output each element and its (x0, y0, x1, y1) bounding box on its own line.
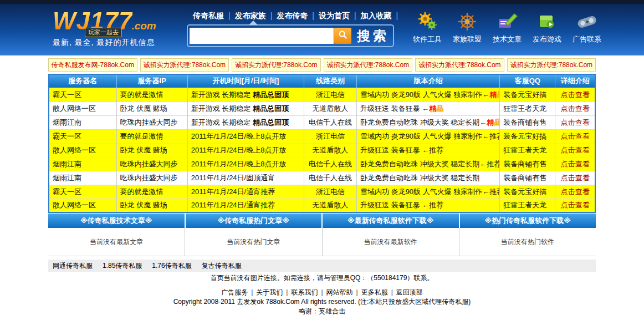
col-detail: 点击查看 (555, 171, 595, 185)
table-row: 散人网络一区卧龙 伏魔 赌场2011年/1月/24日/通宵推荐无道盾散人升级狂送… (49, 199, 595, 212)
quick-link[interactable]: 软件工具 (407, 8, 447, 44)
detail-link[interactable]: 点击查看 (561, 160, 590, 168)
version-badge: 品 (436, 104, 443, 113)
table-row: 烟雨江南吃珠内挂盛大同步2011年/1月/24日/晚上8点开放电信千人在线卧龙免… (49, 157, 595, 171)
footer-link[interactable]: 关于我们 (256, 288, 283, 296)
col-line-type: 浙江电信 (304, 88, 356, 101)
logo-badge: 玩家一起去 (85, 28, 122, 37)
footer-link[interactable]: 更多私服 (361, 288, 388, 296)
quick-link[interactable]: 家族联盟 (447, 8, 487, 44)
notice-link[interactable]: 诚招实力派代理:788ok.Com (232, 58, 321, 72)
col-line-type: 无道盾散人 (304, 143, 356, 157)
col-server-name: 烟雨江南 (49, 115, 116, 129)
detail-link[interactable]: 点击查看 (561, 132, 590, 140)
quick-link[interactable]: 技术文章 (487, 8, 527, 44)
col-line-type: 无道盾散人 (304, 199, 356, 212)
version-text: 雪域内功 炎龙90版 人气火爆 独家制作←推荐 (360, 132, 500, 140)
version-text: 卧龙免费自动吃珠 冲级大奖 稳定长期←推荐 (360, 160, 500, 168)
col-line-type: 浙江电信 (304, 185, 356, 199)
footer-link[interactable]: 网站帮助 (326, 288, 353, 296)
detail-link[interactable]: 点击查看 (561, 201, 590, 209)
footer-link[interactable]: 联系我们 (291, 288, 318, 296)
search-button[interactable] (334, 28, 351, 44)
server-table-body: 霸天一区要的就是激情新开游戏 长期稳定 精品总固顶浙江电信雪域内功 炎龙90版 … (49, 88, 595, 212)
version-text: 卧龙免费自动吃珠 冲级大奖 稳定长期← (360, 118, 487, 126)
open-time-text: 2011年/1月/24日/固顶通宵 (191, 174, 275, 182)
nav-link[interactable]: 加入收藏 (361, 11, 392, 20)
section-empty-text: 当前没有最新文章 (48, 228, 185, 256)
section-header: ※传奇私服技术文章※ (48, 214, 186, 228)
copyright-text: Copyright 2008-2011 去发发ok 788ok.Com All … (0, 297, 644, 307)
quick-link-label: 家族联盟 (453, 34, 482, 44)
nav-link[interactable]: 设为首页 (319, 11, 350, 20)
friend-link[interactable]: 1.85传奇私服 (103, 262, 142, 270)
detail-link[interactable]: 点击查看 (561, 118, 590, 126)
detail-link[interactable]: 点击查看 (561, 104, 590, 113)
friend-link[interactable]: 网通传奇私服 (53, 262, 93, 270)
col-version: 卧龙免费自动吃珠 冲级大奖 稳定长期 (357, 171, 500, 185)
col-qq: 狂雷王者天龙 (500, 101, 555, 115)
nav-link[interactable]: 发布传奇 (277, 11, 308, 20)
notice-link[interactable]: 传奇私服发布网-788ok.Com (48, 58, 137, 72)
detail-link[interactable]: 点击查看 (561, 90, 590, 99)
page-footer: 广告服务|关于我们|联系我们|网站帮助|更多私服|返回顶部 Copyright … (0, 288, 644, 316)
column-header: 开机时间[月/日/时间] (187, 74, 304, 88)
notice-link[interactable]: 诚招实力派代理:788ok.Com (415, 58, 504, 72)
section-empty-text: 当前没有热门文章 (185, 228, 322, 256)
version-badge: 精 (429, 104, 436, 113)
detail-link[interactable]: 点击查看 (561, 187, 590, 196)
col-open-time: 2011年/1月/24日/通宵推荐 (187, 185, 304, 199)
gamepad-icon (576, 8, 598, 34)
image-link-notice: 首页当前没有图片连接。如需连接，请与管理员QQ：（550184179）联系。 (48, 273, 596, 283)
footer-link[interactable]: 返回顶部 (396, 288, 423, 296)
table-row: 霸天一区要的就是激情2011年/1月/24日/晚上8点开放浙江电信雪域内功 炎龙… (49, 129, 595, 143)
quick-link[interactable]: 广告联系 (567, 8, 607, 44)
notice-link[interactable]: 诚招实力派代理:788ok.Com (140, 58, 229, 72)
quick-link-label: 发布游戏 (533, 34, 561, 44)
col-server-name: 烟雨江南 (49, 157, 116, 171)
version-text: 升级狂送 装备狂暴 ←推荐 (360, 146, 443, 154)
section-empty-text: 当前没有最新软件 (323, 228, 459, 256)
col-server-name: 烟雨江南 (49, 171, 116, 185)
col-version: 雪域内功 炎龙90版 人气火爆 独家制作←精品 (357, 88, 500, 101)
version-badge: 品 (497, 90, 499, 99)
site-logo[interactable]: WJ177.com 玩家一起去 最新, 最全, 最好的开机信息 (53, 7, 156, 48)
version-text: 卧龙免费自动吃珠 冲级大奖 稳定长期 (360, 174, 479, 182)
col-server-ip: 卧龙 伏魔 赌场 (116, 199, 187, 212)
col-line-type: 电信千人在线 (304, 115, 356, 129)
detail-link[interactable]: 点击查看 (561, 146, 590, 154)
search-button-label[interactable]: 搜索 (351, 27, 391, 45)
magnifier-icon (338, 30, 348, 42)
friend-link[interactable]: 1.76传奇私服 (152, 262, 191, 270)
nav-link[interactable]: 发布家族 (235, 11, 266, 20)
col-server-ip: 要的就是激情 (116, 88, 187, 101)
open-time-text: 2011年/1月/24日/晚上8点开放 (191, 146, 287, 154)
col-open-time: 2011年/1月/24日/晚上8点开放 (187, 157, 304, 171)
detail-link[interactable]: 点击查看 (561, 174, 590, 182)
col-server-name: 霸天一区 (49, 88, 116, 101)
friend-link[interactable]: 复古传奇私服 (202, 262, 242, 270)
open-time-highlight: 精品总固顶 (253, 118, 289, 126)
table-header-row: 服务器名服务器IP开机时间[月/日/时间]线路类别版本介绍客服QQ详细介绍 (49, 74, 595, 88)
footer-link[interactable]: 广告服务 (221, 288, 248, 296)
section-header: ※最新传奇私服软件下载※ (323, 214, 460, 228)
top-nav: 传奇私服|发布家族|发布传奇|设为首页|加入收藏| (188, 11, 398, 21)
nav-separator: | (312, 11, 314, 20)
version-text: 雪域内功 炎龙90版 人气火爆 独家制作←推荐 (360, 187, 500, 196)
nav-link[interactable]: 传奇私服 (193, 11, 224, 20)
search-input[interactable] (190, 28, 334, 44)
col-qq: 装备元宝好搞 (500, 129, 555, 143)
quick-link[interactable]: 发布游戏 (527, 8, 567, 44)
gears-icon (416, 8, 438, 34)
notice-link[interactable]: 诚招实力派代理:788ok.Com (507, 58, 596, 72)
col-detail: 点击查看 (555, 88, 595, 101)
col-open-time: 2011年/1月/24日/晚上8点开放 (187, 129, 304, 143)
nav-separator: | (270, 11, 273, 20)
table-row: 散人网络一区卧龙 伏魔 赌场新开游戏 长期稳定 精品总固顶无道盾散人升级狂送 装… (49, 101, 595, 115)
open-time-text: 2011年/1月/24日/晚上8点开放 (191, 132, 287, 140)
col-server-ip: 卧龙 伏魔 赌场 (116, 101, 187, 115)
col-detail: 点击查看 (555, 157, 595, 171)
top-strip (0, 0, 644, 4)
server-table: 服务器名服务器IP开机时间[月/日/时间]线路类别版本介绍客服QQ详细介绍 霸天… (48, 74, 596, 213)
notice-link[interactable]: 诚招实力派代理:788ok.Com (324, 58, 413, 72)
